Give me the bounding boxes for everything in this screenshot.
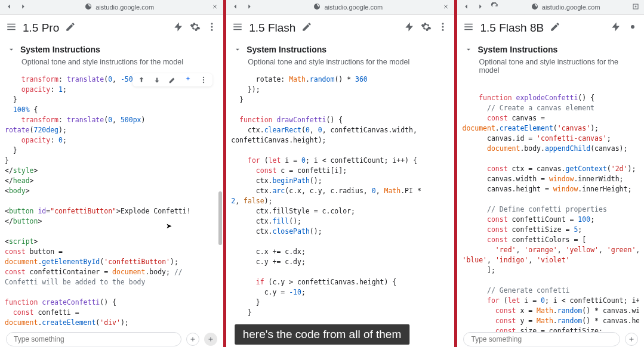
pencil-icon[interactable] xyxy=(168,76,177,84)
browser-bar: aistudio.google.com xyxy=(457,0,644,15)
code-block: transform: translate(0, -50px) rotate(0d… xyxy=(5,75,218,328)
title-bar: 1.5 Flash xyxy=(226,15,454,41)
menu-icon[interactable] xyxy=(6,21,17,35)
pane-pro: aistudio.google.com 1.5 Pro System Instr… xyxy=(0,0,223,347)
forward-icon[interactable] xyxy=(476,2,485,12)
svg-point-6 xyxy=(442,23,444,24)
sys-inst-header[interactable]: System Instructions xyxy=(464,45,637,54)
system-instructions: System Instructions Optional tone and st… xyxy=(0,41,223,72)
edit-title-icon[interactable] xyxy=(301,21,312,35)
sys-inst-sub: Optional tone and style instructions for… xyxy=(248,58,447,66)
site-icon xyxy=(313,3,321,11)
sys-inst-header[interactable]: System Instructions xyxy=(7,45,216,54)
url-text[interactable]: aistudio.google.com xyxy=(324,4,383,11)
sys-inst-sub: Optional tone and style instructions for… xyxy=(479,58,637,75)
code-toolbar xyxy=(133,73,212,86)
edit-title-icon[interactable] xyxy=(65,21,76,35)
bolt-icon[interactable] xyxy=(173,21,184,35)
edit-title-icon[interactable] xyxy=(550,21,560,35)
title-bar: 1.5 Pro xyxy=(0,15,223,41)
reload-icon[interactable] xyxy=(491,2,499,12)
menu-icon[interactable] xyxy=(463,21,474,35)
sparkle-icon[interactable] xyxy=(184,76,192,84)
code-block: rotate: Math.random() * 360 }); } functi… xyxy=(231,75,449,318)
back-icon[interactable] xyxy=(5,2,13,12)
code-block: function explodeConfetti() { // Create a… xyxy=(462,83,639,346)
more-icon[interactable] xyxy=(437,21,448,35)
menu-icon[interactable] xyxy=(232,21,243,35)
svg-point-7 xyxy=(442,26,444,28)
svg-point-2 xyxy=(211,29,213,31)
forward-icon[interactable] xyxy=(19,2,27,12)
chat-input[interactable] xyxy=(463,332,620,346)
mouse-pointer-icon: ➤ xyxy=(166,222,172,230)
svg-point-3 xyxy=(203,77,204,78)
more-icon[interactable] xyxy=(199,76,208,84)
system-instructions: System Instructions Optional tone and st… xyxy=(457,41,644,80)
back-icon[interactable] xyxy=(231,2,239,12)
settings-icon[interactable] xyxy=(421,21,432,35)
url-text[interactable]: aistudio.google.com xyxy=(95,4,154,11)
close-tab-icon[interactable] xyxy=(442,3,449,11)
add-button[interactable] xyxy=(186,333,199,346)
bolt-icon[interactable] xyxy=(611,21,621,35)
sys-inst-header[interactable]: System Instructions xyxy=(233,45,447,54)
title-bar: 1.5 Flash 8B xyxy=(457,15,644,41)
svg-point-5 xyxy=(203,82,204,83)
newtab-icon[interactable] xyxy=(632,3,639,11)
svg-point-8 xyxy=(442,29,444,31)
browser-bar: aistudio.google.com xyxy=(226,0,454,15)
chat-input[interactable] xyxy=(6,332,181,346)
close-tab-icon[interactable] xyxy=(211,3,218,11)
bolt-icon[interactable] xyxy=(404,21,415,35)
model-title: 1.5 Flash xyxy=(249,21,295,35)
code-area[interactable]: transform: translate(0, -50px) rotate(0d… xyxy=(0,72,223,347)
chat-input-row xyxy=(0,331,223,347)
system-instructions: System Instructions Optional tone and st… xyxy=(226,41,454,72)
url-text[interactable]: aistudio.google.com xyxy=(542,4,600,11)
up-arrow-icon[interactable] xyxy=(137,76,146,84)
chat-input-row xyxy=(457,331,644,347)
back-icon[interactable] xyxy=(462,2,470,12)
svg-point-1 xyxy=(211,26,213,28)
code-area[interactable]: function explodeConfetti() { // Create a… xyxy=(457,80,644,347)
run-button[interactable] xyxy=(204,333,217,346)
caption-overlay: here's the code from all of them xyxy=(235,324,410,345)
pane-flash: aistudio.google.com 1.5 Flash System Ins… xyxy=(226,0,454,347)
more-icon[interactable] xyxy=(207,21,217,35)
svg-point-0 xyxy=(211,23,213,24)
scrollbar[interactable] xyxy=(218,191,222,245)
forward-icon[interactable] xyxy=(245,2,254,12)
pane-flash8b: aistudio.google.com 1.5 Flash 8B System … xyxy=(457,0,644,347)
code-area[interactable]: rotate: Math.random() * 360 }); } functi… xyxy=(226,72,454,347)
model-title: 1.5 Flash 8B xyxy=(480,21,544,35)
sys-inst-title: System Instructions xyxy=(246,45,326,54)
browser-bar: aistudio.google.com xyxy=(0,0,223,15)
site-icon xyxy=(531,3,538,11)
sys-inst-title: System Instructions xyxy=(20,45,100,54)
svg-point-4 xyxy=(203,79,204,80)
add-button[interactable] xyxy=(625,333,638,346)
settings-icon[interactable] xyxy=(190,21,201,35)
site-icon xyxy=(85,3,92,11)
sys-inst-sub: Optional tone and style instructions for… xyxy=(21,58,216,66)
sys-inst-title: System Instructions xyxy=(477,45,557,54)
model-title: 1.5 Pro xyxy=(23,21,59,35)
settings-icon[interactable] xyxy=(627,21,638,35)
down-arrow-icon[interactable] xyxy=(153,76,161,84)
